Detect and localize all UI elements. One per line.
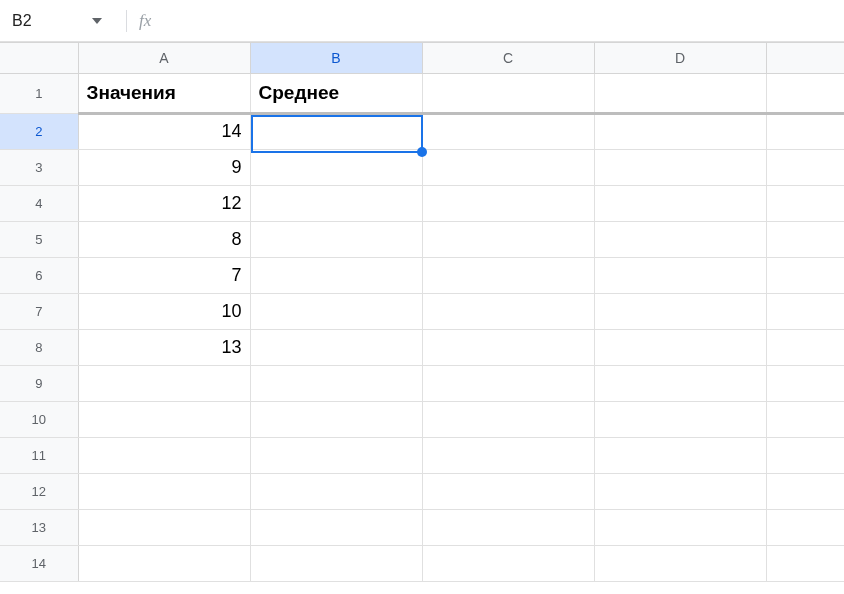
- cell[interactable]: [422, 185, 594, 221]
- select-all-corner[interactable]: [0, 43, 78, 73]
- cell[interactable]: [766, 545, 844, 581]
- cell[interactable]: 14: [78, 113, 250, 149]
- divider: [126, 10, 127, 32]
- cell[interactable]: [594, 113, 766, 149]
- cell[interactable]: [250, 293, 422, 329]
- cell[interactable]: [766, 437, 844, 473]
- cell[interactable]: [594, 73, 766, 113]
- row-header[interactable]: 12: [0, 473, 78, 509]
- cell[interactable]: [422, 257, 594, 293]
- cell[interactable]: [78, 545, 250, 581]
- fx-icon[interactable]: fx: [139, 11, 151, 31]
- row-header[interactable]: 9: [0, 365, 78, 401]
- cell[interactable]: [78, 365, 250, 401]
- cell[interactable]: [422, 401, 594, 437]
- cell[interactable]: [250, 365, 422, 401]
- cell[interactable]: [422, 545, 594, 581]
- cell[interactable]: [250, 545, 422, 581]
- cell[interactable]: 8: [78, 221, 250, 257]
- column-header-C[interactable]: C: [422, 43, 594, 73]
- cell[interactable]: [250, 437, 422, 473]
- cell[interactable]: [594, 293, 766, 329]
- cell[interactable]: [422, 73, 594, 113]
- cell[interactable]: [766, 113, 844, 149]
- cell[interactable]: [250, 149, 422, 185]
- formula-bar: B2 fx: [0, 0, 844, 42]
- row-header[interactable]: 8: [0, 329, 78, 365]
- formula-input[interactable]: [161, 0, 844, 41]
- cell[interactable]: [422, 293, 594, 329]
- cell[interactable]: [250, 473, 422, 509]
- row-header[interactable]: 4: [0, 185, 78, 221]
- cell[interactable]: [594, 437, 766, 473]
- cell[interactable]: 10: [78, 293, 250, 329]
- cell[interactable]: Значения: [78, 73, 250, 113]
- cell[interactable]: [422, 365, 594, 401]
- row-header[interactable]: 1: [0, 73, 78, 113]
- cell[interactable]: [422, 113, 594, 149]
- cell[interactable]: [594, 473, 766, 509]
- cell[interactable]: [766, 73, 844, 113]
- cell[interactable]: [766, 293, 844, 329]
- cell[interactable]: [422, 509, 594, 545]
- cell[interactable]: [250, 329, 422, 365]
- cell[interactable]: [78, 437, 250, 473]
- cell[interactable]: [766, 185, 844, 221]
- cell[interactable]: 12: [78, 185, 250, 221]
- cell[interactable]: [250, 221, 422, 257]
- cell[interactable]: [594, 221, 766, 257]
- cell[interactable]: [594, 185, 766, 221]
- cell[interactable]: 7: [78, 257, 250, 293]
- row-header[interactable]: 2: [0, 113, 78, 149]
- cell[interactable]: [422, 437, 594, 473]
- row-header[interactable]: 5: [0, 221, 78, 257]
- row-header[interactable]: 10: [0, 401, 78, 437]
- cell[interactable]: Среднее: [250, 73, 422, 113]
- spreadsheet-grid[interactable]: ABCD1ЗначенияСреднее21439412586771081391…: [0, 42, 844, 582]
- cell[interactable]: [594, 545, 766, 581]
- chevron-down-icon[interactable]: [92, 18, 102, 24]
- row-header[interactable]: 3: [0, 149, 78, 185]
- cell[interactable]: [250, 257, 422, 293]
- cell[interactable]: [422, 329, 594, 365]
- cell[interactable]: [766, 329, 844, 365]
- cell[interactable]: [250, 185, 422, 221]
- cell[interactable]: 13: [78, 329, 250, 365]
- column-header-D[interactable]: D: [594, 43, 766, 73]
- column-header-extra[interactable]: [766, 43, 844, 73]
- cell[interactable]: [766, 257, 844, 293]
- cell[interactable]: [250, 509, 422, 545]
- cell[interactable]: [78, 473, 250, 509]
- cell[interactable]: 9: [78, 149, 250, 185]
- row-header[interactable]: 13: [0, 509, 78, 545]
- cell[interactable]: [766, 509, 844, 545]
- cell[interactable]: [422, 473, 594, 509]
- cell[interactable]: [766, 473, 844, 509]
- cell[interactable]: [422, 149, 594, 185]
- cell[interactable]: [78, 509, 250, 545]
- column-header-B[interactable]: B: [250, 43, 422, 73]
- cell[interactable]: [594, 149, 766, 185]
- cell[interactable]: [250, 113, 422, 149]
- cell[interactable]: [594, 509, 766, 545]
- cell[interactable]: [766, 221, 844, 257]
- cell[interactable]: [250, 401, 422, 437]
- cell[interactable]: [766, 149, 844, 185]
- cell[interactable]: [422, 221, 594, 257]
- cell[interactable]: [766, 365, 844, 401]
- cell[interactable]: [594, 365, 766, 401]
- row-header[interactable]: 11: [0, 437, 78, 473]
- name-box[interactable]: B2: [0, 0, 114, 41]
- cell[interactable]: [594, 257, 766, 293]
- row-header[interactable]: 14: [0, 545, 78, 581]
- column-header-A[interactable]: A: [78, 43, 250, 73]
- row-header[interactable]: 6: [0, 257, 78, 293]
- cell[interactable]: [594, 401, 766, 437]
- cell[interactable]: [766, 401, 844, 437]
- name-box-cell-ref: B2: [12, 12, 84, 30]
- cell[interactable]: [594, 329, 766, 365]
- cell[interactable]: [78, 401, 250, 437]
- row-header[interactable]: 7: [0, 293, 78, 329]
